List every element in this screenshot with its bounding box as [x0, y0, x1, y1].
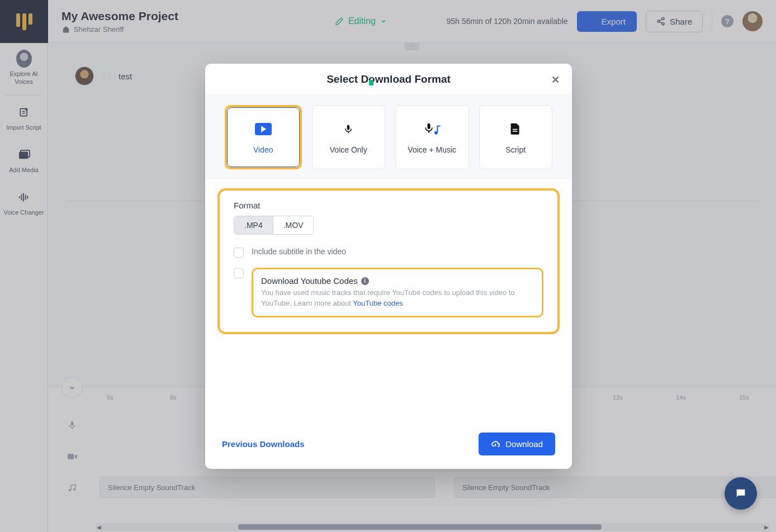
download-modal: Select Download Format ✕ Video Voice Onl…	[205, 64, 572, 469]
info-icon[interactable]: i	[361, 277, 369, 285]
modal-title: Select Download Format	[327, 73, 451, 86]
subtitle-label: Include subtitle in the video	[252, 247, 346, 256]
format-mov[interactable]: .MOV	[273, 216, 314, 234]
svg-rect-25	[427, 123, 430, 129]
cloud-download-icon	[491, 440, 500, 449]
options-panel: Format .MP4 .MOV Include subtitle in the…	[217, 188, 560, 334]
tab-voice-only[interactable]: Voice Only	[312, 105, 386, 169]
youtube-link[interactable]: YouTube codes	[353, 299, 403, 307]
chat-button[interactable]	[725, 477, 757, 510]
youtube-option: Download Youtube Codes i You have used m…	[234, 268, 543, 317]
mic-icon	[343, 121, 353, 137]
play-icon	[255, 121, 272, 137]
tab-video[interactable]: Video	[225, 105, 302, 169]
youtube-title: Download Youtube Codes	[261, 276, 358, 286]
tab-script[interactable]: Script	[479, 105, 553, 169]
document-icon	[510, 121, 521, 137]
format-toggle: .MP4 .MOV	[234, 216, 314, 235]
previous-downloads-link[interactable]: Previous Downloads	[222, 439, 305, 449]
youtube-checkbox[interactable]	[234, 268, 244, 278]
format-label: Format	[234, 201, 543, 210]
svg-rect-23	[347, 125, 350, 130]
tab-voice-music[interactable]: Voice + Music	[395, 105, 469, 169]
subtitle-option: Include subtitle in the video	[234, 247, 543, 258]
format-mp4[interactable]: .MP4	[234, 216, 273, 234]
download-button[interactable]: Download	[479, 433, 555, 455]
mic-music-icon	[423, 121, 442, 137]
chat-icon	[734, 487, 747, 500]
close-icon[interactable]: ✕	[551, 74, 560, 86]
youtube-info-box: Download Youtube Codes i You have used m…	[252, 268, 543, 317]
svg-rect-28	[513, 129, 517, 130]
subtitle-checkbox[interactable]	[234, 248, 244, 258]
svg-rect-29	[513, 131, 517, 132]
format-tabs: Video Voice Only Voice + Music Script	[205, 95, 572, 179]
